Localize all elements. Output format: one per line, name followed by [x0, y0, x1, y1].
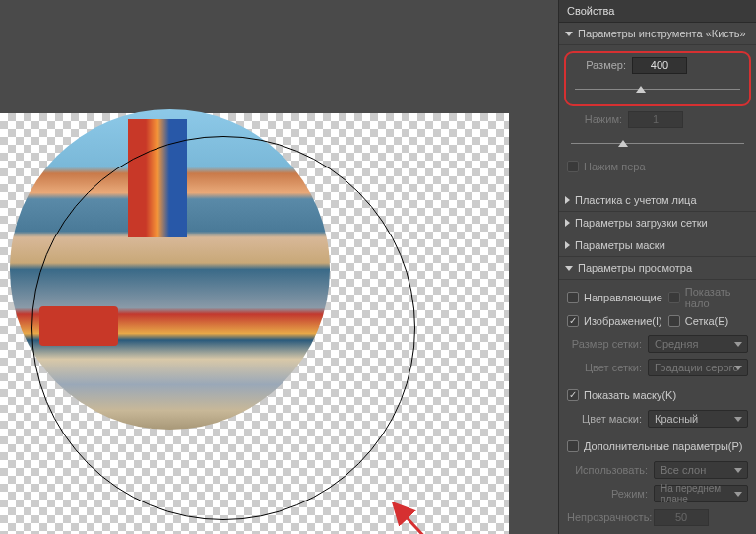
section-label: Параметры просмотра — [578, 262, 692, 274]
mesh-checkbox[interactable] — [668, 315, 680, 327]
canvas[interactable] — [0, 113, 509, 534]
brush-params-body: Размер: Нажим: Нажим пера — [559, 45, 756, 189]
image-checkbox[interactable] — [567, 315, 579, 327]
image-label: Изображение(I) — [584, 315, 662, 327]
pressure-slider[interactable] — [571, 139, 744, 149]
city-photo — [10, 109, 330, 430]
opacity-input — [654, 509, 709, 526]
overlay-label: Показать нало — [685, 286, 748, 309]
panel-title: Свойства — [559, 0, 756, 23]
mesh-size-dropdown: Средняя — [648, 335, 748, 353]
overlay-checkbox — [668, 292, 680, 303]
pressure-input — [628, 111, 683, 128]
size-input[interactable] — [632, 57, 687, 74]
chevron-down-icon — [565, 266, 573, 271]
section-label: Пластика с учетом лица — [575, 194, 697, 206]
mesh-label: Сетка(E) — [685, 315, 729, 327]
extra-params-checkbox[interactable] — [567, 440, 579, 452]
extra-params-label: Дополнительные параметры(P) — [584, 440, 742, 452]
section-mesh-load[interactable]: Параметры загрузки сетки — [559, 212, 756, 234]
mesh-color-label: Цвет сетки: — [567, 362, 648, 373]
section-brush-params[interactable]: Параметры инструмента «Кисть» — [559, 23, 756, 45]
chevron-down-icon — [565, 32, 573, 36]
view-params-body: Направляющие Показать нало Изображение(I… — [559, 280, 756, 534]
mask-color-dropdown[interactable]: Красный — [648, 410, 748, 428]
pen-pressure-label: Нажим пера — [584, 161, 646, 172]
workspace — [0, 0, 558, 534]
mode-dropdown: На переднем плане — [654, 485, 748, 502]
pressure-label: Нажим: — [567, 113, 628, 125]
mask-color-label: Цвет маски: — [567, 413, 648, 425]
chevron-right-icon — [565, 196, 570, 204]
section-label: Параметры маски — [575, 239, 665, 251]
chevron-right-icon — [565, 219, 570, 227]
opacity-label: Непрозрачность: — [567, 511, 654, 523]
section-label: Параметры инструмента «Кисть» — [578, 28, 746, 39]
guides-checkbox[interactable] — [567, 292, 579, 303]
mode-label: Режим: — [567, 488, 654, 500]
chevron-right-icon — [565, 241, 570, 249]
section-mask-params[interactable]: Параметры маски — [559, 234, 756, 257]
pen-pressure-checkbox — [567, 161, 579, 172]
size-label: Размер: — [571, 59, 632, 71]
use-label: Использовать: — [567, 464, 654, 476]
size-slider[interactable] — [575, 85, 740, 95]
image-circle — [10, 109, 330, 430]
mesh-color-dropdown: Градации серого — [648, 359, 748, 376]
use-dropdown: Все слон — [654, 461, 748, 479]
size-highlight: Размер: — [564, 51, 751, 106]
show-mask-label: Показать маску(K) — [584, 389, 676, 401]
show-mask-checkbox[interactable] — [567, 389, 579, 401]
guides-label: Направляющие — [584, 292, 662, 303]
properties-panel: Свойства Параметры инструмента «Кисть» Р… — [558, 0, 756, 534]
mesh-size-label: Размер сетки: — [567, 338, 648, 350]
section-face-liquify[interactable]: Пластика с учетом лица — [559, 189, 756, 212]
section-view-params[interactable]: Параметры просмотра — [559, 257, 756, 280]
section-label: Параметры загрузки сетки — [575, 217, 708, 229]
